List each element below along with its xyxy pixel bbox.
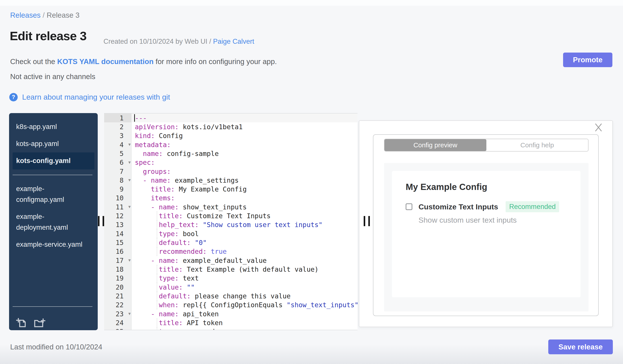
code-text[interactable]: value: "" <box>132 283 357 292</box>
code-line[interactable]: 15 default: "0" <box>104 238 357 247</box>
code-text[interactable]: spec: <box>132 158 357 167</box>
line-number: 24 <box>104 318 132 327</box>
sidebar-item-k8s-app.yaml[interactable]: k8s-app.yaml <box>13 118 94 135</box>
new-file-icon[interactable] <box>16 317 27 328</box>
yaml-editor[interactable]: 1---2apiVersion: kots.io/v1beta13kind: C… <box>104 113 357 330</box>
code-line[interactable]: 18 title: Text Example (with default val… <box>104 265 357 274</box>
tab-config-preview[interactable]: Config preview <box>384 139 486 151</box>
code-text[interactable]: title: API token <box>132 318 357 327</box>
save-release-button[interactable]: Save release <box>548 340 613 354</box>
kots-doc-link[interactable]: KOTS YAML documentation <box>57 58 154 66</box>
code-line[interactable]: 7 groups: <box>104 167 357 176</box>
indent-guide <box>157 221 157 229</box>
line-number: 7 <box>104 167 132 176</box>
code-line[interactable]: 19 type: text <box>104 274 357 283</box>
code-text[interactable]: type: text <box>132 274 357 283</box>
breadcrumb-link-releases[interactable]: Releases <box>10 11 41 19</box>
code-text[interactable]: items: <box>132 194 357 202</box>
sidebar-item-example-service.yaml[interactable]: example-service.yaml <box>13 236 94 253</box>
code-text[interactable]: type: bool <box>132 229 357 238</box>
code-line[interactable]: 6▾spec: <box>104 158 357 167</box>
question-mark-icon[interactable]: ? <box>9 93 18 101</box>
code-line[interactable]: 25 type: password <box>104 327 357 330</box>
sidebar-item-kots-app.yaml[interactable]: kots-app.yaml <box>13 135 94 152</box>
fold-arrow-icon[interactable]: ▾ <box>128 311 131 316</box>
code-line[interactable]: 17▾ - name: example_default_value <box>104 256 357 265</box>
sidebar-item-example-deployment.yaml[interactable]: example-deployment.yaml <box>13 208 94 236</box>
fold-arrow-icon[interactable]: ▾ <box>128 160 131 165</box>
sidebar-divider <box>13 175 92 175</box>
indent-guide <box>157 238 157 247</box>
code-line[interactable]: 11▾ - name: show_text_inputs <box>104 202 357 211</box>
code-text[interactable]: kind: Config <box>132 131 357 140</box>
indent-guide <box>157 229 157 238</box>
code-line[interactable]: 24 title: API token <box>104 318 357 327</box>
code-line[interactable]: 10 items: <box>104 194 357 202</box>
code-line[interactable]: 8▾ - name: example_settings <box>104 176 357 185</box>
code-text[interactable]: when: repl{{ ConfigOptionEquals "show_te… <box>132 301 357 309</box>
code-line[interactable]: 16 recommended: true <box>104 247 357 256</box>
code-text[interactable]: metadata: <box>132 140 357 149</box>
code-text[interactable]: title: Text Example (with default value) <box>132 265 357 274</box>
code-text[interactable]: - name: show_text_inputs <box>132 202 357 211</box>
code-text[interactable]: apiVersion: kots.io/v1beta1 <box>132 122 357 131</box>
indent-guide <box>157 211 157 220</box>
config-checkbox[interactable] <box>406 203 412 210</box>
new-folder-icon[interactable] <box>33 317 46 328</box>
code-line[interactable]: 13 help_text: "Show custom user text inp… <box>104 221 357 229</box>
code-text[interactable]: title: Customize Text Inputs <box>132 211 357 220</box>
promote-button[interactable]: Promote <box>563 53 612 67</box>
line-number: 20 <box>104 283 132 292</box>
close-icon[interactable] <box>593 122 603 132</box>
code-line[interactable]: 22 when: repl{{ ConfigOptionEquals "show… <box>104 301 357 309</box>
fold-arrow-icon[interactable]: ▾ <box>128 204 131 209</box>
text-cursor <box>134 114 135 122</box>
git-releases-link[interactable]: Learn about managing your releases with … <box>22 93 170 101</box>
line-number: 4▾ <box>104 140 132 149</box>
code-line[interactable]: 21 default: please change this value <box>104 292 357 300</box>
code-line[interactable]: 12 title: Customize Text Inputs <box>104 211 357 220</box>
code-line[interactable]: 20 value: "" <box>104 283 357 292</box>
fold-arrow-icon[interactable]: ▾ <box>128 177 131 183</box>
git-help-row: ? Learn about managing your releases wit… <box>9 93 170 101</box>
sidebar-item-kots-config.yaml[interactable]: kots-config.yaml <box>13 152 94 169</box>
code-line[interactable]: 23▾ - name: api_token <box>104 309 357 318</box>
code-line[interactable]: 5 name: config-sample <box>104 149 357 158</box>
channel-status: Not active in any channels <box>10 72 95 81</box>
code-line[interactable]: 1--- <box>104 114 357 122</box>
code-line[interactable]: 2apiVersion: kots.io/v1beta1 <box>104 122 357 131</box>
code-text[interactable]: recommended: true <box>132 247 357 256</box>
line-number: 19 <box>104 274 132 283</box>
created-user-link[interactable]: Paige Calvert <box>213 38 254 45</box>
code-text[interactable]: default: "0" <box>132 238 357 247</box>
code-text[interactable]: title: My Example Config <box>132 185 357 194</box>
code-text[interactable]: - name: example_default_value <box>132 256 357 265</box>
code-line[interactable]: 14 type: bool <box>104 229 357 238</box>
fold-arrow-icon[interactable]: ▾ <box>128 142 131 147</box>
sidebar-item-example-configmap.yaml[interactable]: example-configmap.yaml <box>13 181 94 208</box>
sidebar-resize-handle[interactable] <box>98 216 105 226</box>
code-text[interactable]: help_text: "Show custom user text inputs… <box>132 221 357 229</box>
file-sidebar: k8s-app.yamlkots-app.yamlkots-config.yam… <box>9 113 98 330</box>
line-number: 16 <box>104 247 132 256</box>
code-line[interactable]: 3kind: Config <box>104 131 357 140</box>
code-text[interactable]: type: password <box>132 327 357 330</box>
indent-guide <box>157 318 157 327</box>
code-text[interactable]: --- <box>132 114 357 122</box>
line-number: 9 <box>104 185 132 194</box>
code-line[interactable]: 4▾metadata: <box>104 140 357 149</box>
config-preview-panel: Config previewConfig help My Example Con… <box>359 120 613 327</box>
preview-resize-handle[interactable] <box>364 216 370 226</box>
line-number: 22 <box>104 301 132 309</box>
tab-config-help[interactable]: Config help <box>486 139 588 151</box>
code-text[interactable]: groups: <box>132 167 357 176</box>
code-line[interactable]: 9 title: My Example Config <box>104 185 357 194</box>
line-number: 2 <box>104 122 132 131</box>
code-text[interactable]: - name: example_settings <box>132 176 357 185</box>
code-text[interactable]: name: config-sample <box>132 149 357 158</box>
code-text[interactable]: default: please change this value <box>132 292 357 300</box>
indent-guide <box>157 327 157 330</box>
line-number: 3 <box>104 131 132 140</box>
code-text[interactable]: - name: api_token <box>132 309 357 318</box>
fold-arrow-icon[interactable]: ▾ <box>128 258 131 263</box>
